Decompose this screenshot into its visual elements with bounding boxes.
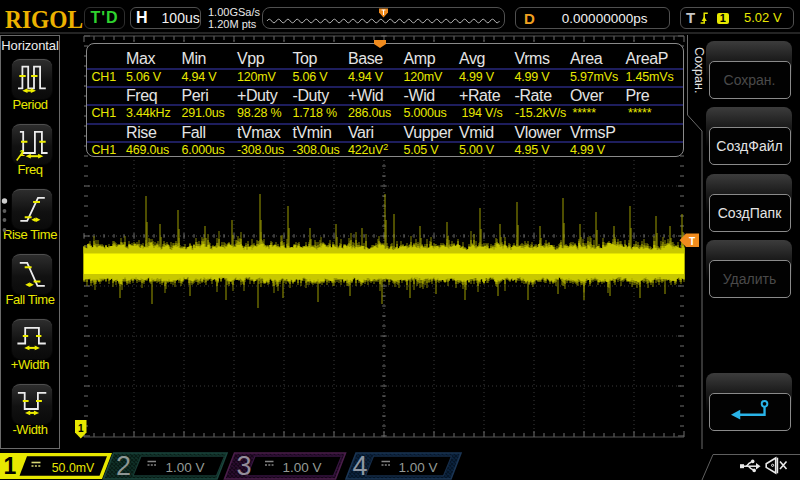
svg-text:1: 1: [4, 453, 17, 479]
svg-text:50.0mV: 50.0mV: [52, 460, 95, 475]
svg-text:3: 3: [236, 451, 251, 480]
svg-text:1: 1: [20, 147, 25, 157]
svg-text:4: 4: [352, 451, 367, 480]
svg-text:1.00 V: 1.00 V: [282, 460, 321, 475]
svg-text:2: 2: [116, 451, 131, 480]
svg-text:1.00 V: 1.00 V: [398, 460, 437, 475]
svg-text:1: 1: [78, 423, 84, 434]
svg-text:T: T: [689, 236, 695, 247]
svg-text:1.00 V: 1.00 V: [165, 460, 204, 475]
